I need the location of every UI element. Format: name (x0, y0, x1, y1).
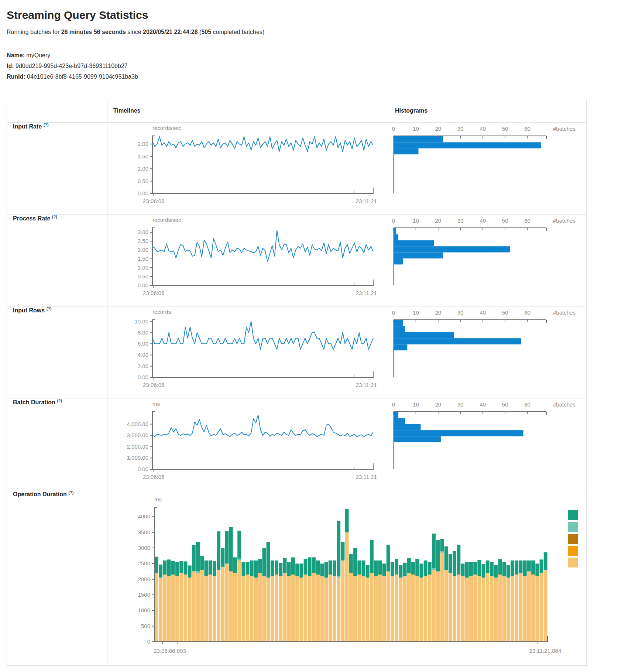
svg-text:60: 60 (524, 401, 530, 408)
input-rate-help-icon[interactable]: (?) (44, 123, 49, 127)
operation-duration-chart-cell: ms4000350030002500200015001000500023:06:… (107, 490, 587, 666)
legend-swatch-1 (568, 510, 578, 520)
input-rate-timeline-chart: records/sec2.001.501.000.500.0023:06:062… (107, 123, 389, 211)
svg-text:4.00: 4.00 (138, 352, 148, 358)
running-batches-summary: Running batches for 26 minutes 56 second… (7, 29, 618, 35)
query-id-row: Id: 9d0dd219-995d-423e-b97d-36931110bb27 (7, 61, 618, 72)
batch-duration-histogram-cell: 0102030405060#batches (389, 398, 587, 490)
svg-text:0: 0 (392, 401, 395, 408)
svg-text:50: 50 (502, 309, 508, 316)
runid-label: RunId: (7, 73, 25, 80)
query-runid-row: RunId: 04e101e6-8bf8-4165-9099-9104c951b… (7, 72, 618, 82)
input-rows-histogram-chart: 0102030405060#batches (389, 306, 586, 395)
svg-text:23:11:21: 23:11:21 (356, 198, 377, 204)
svg-text:23:06:06: 23:06:06 (143, 474, 164, 480)
process-rate-histogram-chart: 0102030405060#batches (389, 215, 586, 303)
batch-duration-timeline-chart: ms4,000.003,000.002,000.001,000.000.0023… (107, 398, 389, 487)
svg-text:4000: 4000 (138, 514, 150, 520)
operation-duration-row: Operation Duration (?) ms400035003000250… (7, 490, 587, 666)
operation-duration-help-icon[interactable]: (?) (68, 490, 73, 495)
svg-text:500: 500 (141, 623, 150, 629)
svg-text:8.00: 8.00 (138, 329, 148, 336)
svg-text:60: 60 (524, 309, 530, 316)
svg-text:records/sec: records/sec (152, 125, 181, 131)
summary-prefix: Running batches for (7, 29, 61, 35)
svg-text:0.00: 0.00 (138, 282, 148, 288)
input-rate-histogram-chart: 0102030405060#batches (389, 123, 586, 211)
svg-text:2,000.00: 2,000.00 (127, 443, 148, 450)
name-value: myQuery (26, 52, 50, 58)
svg-text:2.00: 2.00 (138, 141, 148, 147)
statistics-table: Timelines Histograms Input Rate (?) reco… (7, 99, 587, 666)
svg-text:20: 20 (435, 126, 442, 132)
svg-text:40: 40 (480, 401, 486, 408)
svg-text:23:06:06: 23:06:06 (143, 290, 164, 296)
input-rate-label: Input Rate (?) (7, 123, 107, 130)
svg-text:20: 20 (435, 217, 442, 224)
batch-duration-row: Batch Duration (?) ms4,000.003,000.002,0… (7, 398, 587, 490)
summary-since: since (126, 29, 143, 35)
input-rows-help-icon[interactable]: (?) (47, 306, 52, 311)
operation-duration-label-cell: Operation Duration (?) (7, 490, 107, 666)
svg-text:0: 0 (147, 638, 150, 645)
svg-text:20: 20 (435, 309, 442, 316)
svg-text:ms: ms (154, 496, 162, 503)
operation-duration-legend (568, 510, 578, 569)
batch-duration-help-icon[interactable]: (?) (57, 398, 62, 403)
summary-paren: ( (198, 29, 202, 35)
batch-duration-label: Batch Duration (?) (7, 398, 107, 406)
input-rows-label: Input Rows (?) (7, 306, 107, 314)
operation-duration-label: Operation Duration (?) (7, 490, 107, 498)
svg-text:1.00: 1.00 (138, 165, 148, 172)
svg-text:20: 20 (435, 401, 442, 408)
svg-text:3000: 3000 (138, 545, 150, 551)
batch-duration-timeline-cell: ms4,000.003,000.002,000.001,000.000.0023… (107, 398, 389, 490)
legend-swatch-4 (568, 546, 578, 556)
svg-text:30: 30 (457, 217, 464, 224)
input-rate-histogram-cell: 0102030405060#batches (389, 123, 587, 215)
process-rate-help-icon[interactable]: (?) (52, 215, 57, 219)
input-rows-timeline-chart: records10.008.006.004.002.000.0023:06:06… (107, 306, 389, 395)
svg-text:2500: 2500 (138, 560, 150, 567)
legend-swatch-3 (568, 534, 578, 544)
svg-text:#batches: #batches (553, 217, 576, 224)
start-timestamp: 2020/05/21 22:44:28 (143, 29, 198, 35)
input-rows-histogram-cell: 0102030405060#batches (389, 306, 587, 398)
svg-text:0: 0 (392, 217, 395, 224)
svg-text:23:06:06: 23:06:06 (143, 382, 164, 388)
process-rate-histogram-cell: 0102030405060#batches (389, 215, 587, 306)
operation-duration-stacked-chart: ms4000350030002500200015001000500023:06:… (107, 490, 586, 665)
svg-text:0: 0 (392, 309, 395, 316)
svg-text:10.00: 10.00 (134, 318, 148, 325)
svg-text:6.00: 6.00 (138, 341, 148, 347)
svg-text:40: 40 (480, 217, 486, 224)
svg-text:50: 50 (502, 401, 508, 408)
svg-text:30: 30 (457, 309, 464, 316)
query-metadata: Name: myQuery Id: 9d0dd219-995d-423e-b97… (7, 50, 618, 82)
svg-text:50: 50 (502, 217, 508, 224)
svg-text:10: 10 (413, 126, 419, 132)
input-rows-row: Input Rows (?) records10.008.006.004.002… (7, 306, 587, 398)
svg-text:3500: 3500 (138, 529, 150, 535)
legend-swatch-5 (568, 558, 578, 568)
svg-text:records/sec: records/sec (152, 217, 181, 223)
name-label: Name: (7, 52, 25, 58)
process-rate-label-cell: Process Rate (?) (7, 215, 107, 306)
svg-text:40: 40 (480, 309, 486, 316)
input-rows-label-cell: Input Rows (?) (7, 306, 107, 398)
svg-text:records: records (152, 309, 171, 315)
svg-text:#batches: #batches (553, 126, 576, 132)
svg-text:0: 0 (392, 126, 395, 132)
process-rate-timeline-cell: records/sec3.002.502.001.501.000.500.002… (107, 215, 389, 306)
svg-text:10: 10 (413, 217, 419, 224)
table-header-row: Timelines Histograms (7, 99, 587, 123)
page-title: Streaming Query Statistics (7, 9, 618, 21)
legend-swatch-2 (568, 522, 578, 532)
header-timelines-cell: Timelines (107, 99, 389, 123)
batch-duration-label-cell: Batch Duration (?) (7, 398, 107, 490)
svg-text:0.50: 0.50 (138, 178, 148, 184)
svg-text:0.00: 0.00 (138, 190, 148, 196)
svg-text:0.50: 0.50 (138, 273, 148, 280)
input-rate-timeline-cell: records/sec2.001.501.000.500.0023:06:062… (107, 123, 389, 215)
query-name-row: Name: myQuery (7, 50, 618, 61)
